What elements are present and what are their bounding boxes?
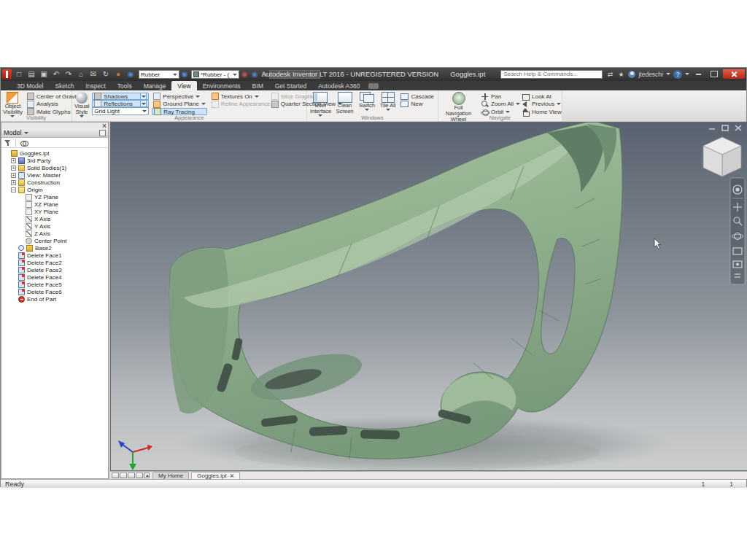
adjust-icon[interactable]: ◉ [239, 69, 249, 79]
tree-item-delete-face5[interactable]: Delete Face5 [1, 281, 108, 288]
doc-tab-close-icon[interactable] [230, 474, 234, 478]
refresh-icon[interactable]: ↻ [101, 69, 111, 79]
tree-item-end-of-part[interactable]: End of Part [1, 295, 108, 303]
tree-item-center-point[interactable]: Center Point [1, 237, 108, 244]
previous-view-button[interactable]: Previous [520, 101, 560, 108]
tree-item-base2[interactable]: Base2 [1, 244, 108, 252]
viewport[interactable] [110, 122, 747, 471]
arrange-window-button[interactable] [112, 472, 119, 478]
mail-icon[interactable]: ✉ [88, 69, 98, 79]
view-cube[interactable] [703, 137, 741, 176]
tree-item-xy-plane[interactable]: XY Plane [1, 208, 108, 215]
navigation-bar[interactable] [730, 178, 745, 284]
tab-sketch[interactable]: Sketch [49, 81, 80, 90]
horizontal-window-button[interactable] [128, 472, 135, 478]
redo-icon[interactable]: ↷ [63, 69, 74, 79]
switch-button[interactable]: Switch [357, 92, 376, 116]
cascade-button[interactable]: Cascade [399, 93, 436, 100]
full-navigation-wheel-button[interactable]: Full Navigation Wheel [441, 92, 476, 116]
user-interface-button[interactable]: User Interface [309, 92, 332, 116]
look-at-button[interactable]: Look At [520, 93, 560, 100]
object-visibility-button[interactable]: Object Visibility [3, 92, 23, 116]
find-icon[interactable] [20, 140, 28, 146]
tree-item-delete-face1[interactable]: Delete Face1 [1, 252, 108, 259]
tree-item-origin[interactable]: −Origin [1, 186, 108, 193]
new-window-button[interactable]: New [399, 101, 436, 108]
tree-item-3rd-party[interactable]: +3rd Party [1, 157, 108, 164]
tree-expander[interactable]: + [11, 158, 16, 163]
tile-window-button[interactable] [120, 472, 127, 478]
tile-all-button[interactable]: Tile All [379, 92, 397, 116]
minimize-button[interactable] [692, 69, 705, 79]
tree-item-solid-bodies-1[interactable]: +Solid Bodies(1) [1, 164, 108, 171]
favorites-icon[interactable]: ★ [616, 71, 625, 78]
tab-manage[interactable]: Manage [138, 81, 172, 90]
save-icon[interactable]: ▣ [39, 69, 49, 79]
tree-item-z-axis[interactable]: Z Axis [1, 230, 108, 237]
color-wheel-icon[interactable]: ◉ [125, 69, 136, 79]
tab-view[interactable]: View [171, 81, 196, 90]
clean-screen-button[interactable]: Clean Screen [335, 92, 355, 116]
browser-expand-icon[interactable] [99, 130, 106, 136]
username[interactable]: jtedeschi [638, 71, 663, 78]
browser-close-icon[interactable] [101, 122, 107, 128]
tab-inspect[interactable]: Inspect [80, 81, 111, 90]
clear-appearance-icon[interactable]: ◉ [249, 69, 260, 79]
media-display-icon[interactable] [368, 83, 379, 89]
tab-bim[interactable]: BIM [247, 81, 269, 90]
pan-button[interactable]: Pan [479, 93, 517, 100]
textures-on-button[interactable]: Textures On [210, 93, 267, 100]
zoom-all-button[interactable]: Zoom All [479, 101, 517, 108]
new-file-icon[interactable]: □ [14, 69, 24, 79]
help-icon[interactable]: ? [673, 70, 682, 79]
tree-item-delete-face2[interactable]: Delete Face2 [1, 259, 108, 266]
tree-item-delete-face3[interactable]: Delete Face3 [1, 266, 108, 273]
tab-autodesk-a360[interactable]: Autodesk A360 [312, 81, 365, 90]
tree-item-goggles-ipt[interactable]: Goggles.ipt [1, 149, 108, 157]
tree-item-construction[interactable]: +Construction [1, 179, 108, 186]
tree-item-xz-plane[interactable]: XZ Plane [1, 201, 108, 208]
perspective-button[interactable]: Perspective [152, 93, 206, 100]
user-avatar-icon[interactable] [628, 71, 635, 78]
close-button[interactable] [723, 69, 745, 79]
ground-plane-icon [153, 101, 160, 108]
browser-header[interactable]: Model [1, 128, 108, 138]
tree-expander[interactable]: + [11, 180, 16, 185]
tree-expander[interactable]: − [11, 187, 16, 192]
tree-expander[interactable]: + [11, 166, 16, 171]
visual-style-button[interactable]: Visual Style [74, 92, 89, 116]
tree-expander[interactable]: + [11, 173, 16, 178]
ground-plane-button[interactable]: Ground Plane [152, 101, 206, 108]
tree-item-yz-plane[interactable]: YZ Plane [1, 193, 108, 201]
inventor-logo[interactable] [2, 69, 12, 79]
tree-item-y-axis[interactable]: Y Axis [1, 222, 108, 230]
home-icon[interactable]: ⌂ [76, 69, 86, 79]
appearance-combo[interactable]: *Rubber - ( [191, 70, 239, 79]
tree-item-view-master[interactable]: +View: Master [1, 171, 108, 179]
tab-environments[interactable]: Environments [197, 81, 247, 90]
open-file-icon[interactable]: ▤ [26, 69, 36, 79]
previous-icon [522, 100, 530, 108]
doc-tab-goggles-ipt[interactable]: Goggles.ipt [191, 472, 239, 479]
tree-item-delete-face6[interactable]: Delete Face6 [1, 288, 108, 295]
expand-strip-button[interactable] [144, 472, 150, 478]
tab-3d-model[interactable]: 3D Model [11, 81, 49, 90]
material-sphere-icon[interactable]: ● [113, 69, 123, 79]
material-combo[interactable]: Rubber [139, 70, 179, 79]
tree-item-delete-face4[interactable]: Delete Face4 [1, 273, 108, 281]
tab-tools[interactable]: Tools [112, 81, 138, 90]
doc-tab-my-home[interactable]: My Home [152, 472, 189, 479]
color-wheel-icon[interactable]: ◉ [179, 69, 190, 79]
reflections-button[interactable]: Reflections [92, 100, 149, 107]
search-input[interactable] [500, 70, 603, 79]
sync-icon[interactable]: ⇄ [605, 71, 614, 78]
undo-icon[interactable]: ↶ [51, 69, 61, 79]
viewport-canvas[interactable] [111, 122, 747, 470]
tab-get-started[interactable]: Get Started [269, 81, 312, 90]
axis-icon [26, 230, 32, 237]
vertical-window-button[interactable] [136, 472, 143, 478]
filter-icon[interactable] [4, 139, 11, 146]
tree-item-x-axis[interactable]: X Axis [1, 215, 108, 222]
maximize-button[interactable] [708, 69, 720, 79]
shadows-button[interactable]: Shadows [92, 93, 149, 100]
